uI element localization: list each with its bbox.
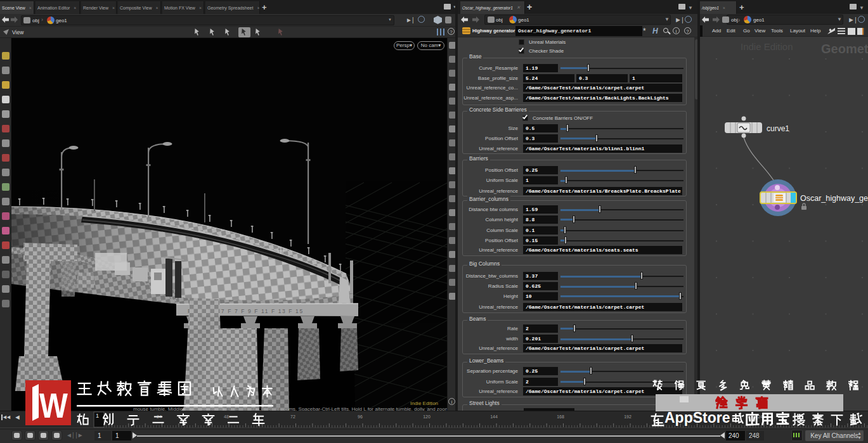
svg-text:Geometry: Geometry — [821, 42, 868, 56]
svg-text:168: 168 — [557, 414, 564, 419]
svg-text:192: 192 — [624, 414, 632, 419]
svg-text:1: 1 — [96, 413, 99, 419]
svg-text:Indie Edition: Indie Edition — [741, 41, 793, 52]
svg-text:24: 24 — [157, 414, 162, 419]
svg-text:240: 240 — [758, 414, 765, 419]
svg-text:72: 72 — [290, 414, 295, 419]
svg-text:48: 48 — [224, 414, 229, 419]
svg-text:curve1: curve1 — [767, 124, 789, 133]
svg-text:96: 96 — [358, 414, 363, 419]
svg-text:Oscar_highway_ge: Oscar_highway_ge — [800, 194, 868, 203]
svg-text:144: 144 — [490, 414, 498, 419]
svg-text:120: 120 — [423, 414, 431, 419]
